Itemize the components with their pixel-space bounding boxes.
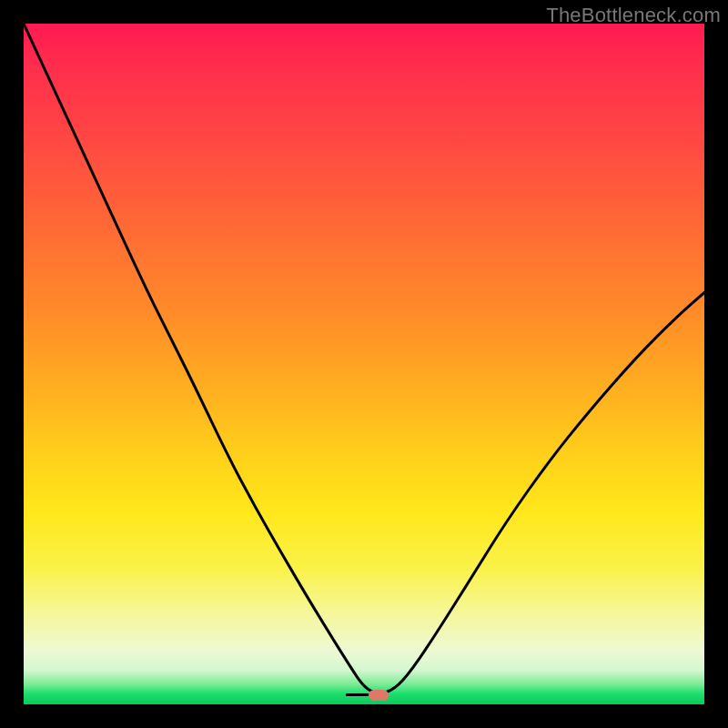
curve-layer [24,24,704,704]
attribution-text: TheBottleneck.com [546,4,721,27]
bottleneck-curve [24,24,704,695]
chart-stage: TheBottleneck.com [0,0,728,728]
plot-area [24,24,704,704]
optimum-marker [369,690,389,701]
